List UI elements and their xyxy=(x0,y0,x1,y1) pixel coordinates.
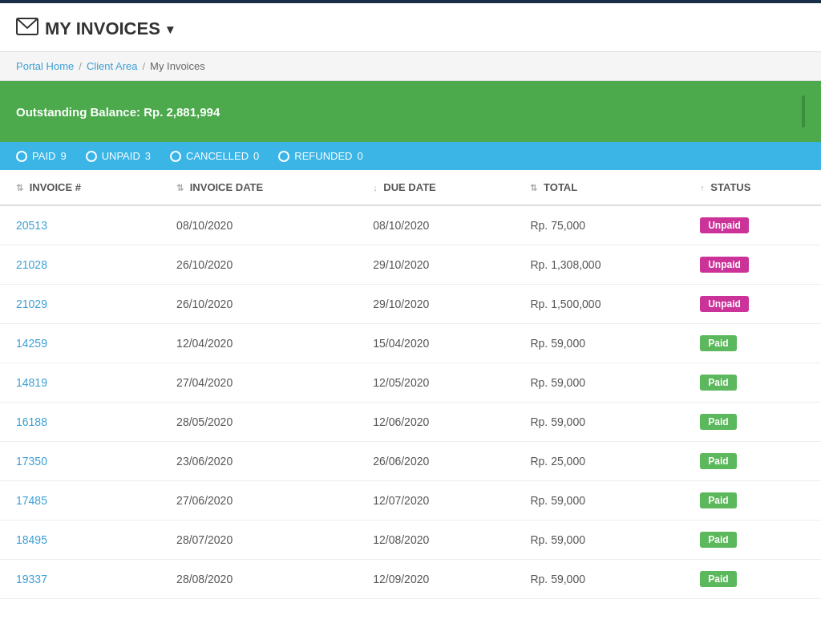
invoice-link[interactable]: 21028 xyxy=(16,258,47,271)
invoice-date-cell: 28/08/2020 xyxy=(160,560,357,599)
sort-icon-total: ⇅ xyxy=(530,183,537,193)
status-cell: Unpaid xyxy=(684,285,821,324)
due-date-cell: 15/04/2020 xyxy=(357,324,514,363)
invoice-number-cell: 17350 xyxy=(0,442,160,481)
breadcrumb-separator-1: / xyxy=(79,60,82,72)
invoice-number-cell: 18495 xyxy=(0,520,160,560)
col-invoice-date[interactable]: ⇅ INVOICE DATE xyxy=(160,170,357,205)
col-total[interactable]: ⇅ TOTAL xyxy=(514,170,684,205)
status-cell: Paid xyxy=(684,324,821,363)
table-wrapper: ⇅ INVOICE # ⇅ INVOICE DATE ↓ DUE DATE ⇅ … xyxy=(0,170,821,599)
status-badge: Paid xyxy=(700,571,736,587)
filter-refunded[interactable]: REFUNDED 0 xyxy=(278,150,362,162)
sort-icon-due: ↓ xyxy=(373,183,378,192)
invoice-date-cell: 28/07/2020 xyxy=(160,520,357,560)
status-badge: Paid xyxy=(700,414,736,430)
invoice-link[interactable]: 17485 xyxy=(16,494,47,507)
filter-cancelled-radio xyxy=(170,151,181,162)
total-cell: Rp. 1,308,000 xyxy=(514,245,684,285)
filter-cancelled[interactable]: CANCELLED 0 xyxy=(170,150,259,162)
dropdown-icon[interactable]: ▾ xyxy=(167,22,173,37)
status-cell: Paid xyxy=(684,481,821,520)
total-cell: Rp. 59,000 xyxy=(514,520,684,560)
status-cell: Unpaid xyxy=(684,245,821,285)
sort-icon-date: ⇅ xyxy=(176,183,184,193)
table-row: 19337 28/08/2020 12/09/2020 Rp. 59,000 P… xyxy=(0,560,821,599)
total-cell: Rp. 59,000 xyxy=(514,481,684,520)
filter-unpaid-radio xyxy=(86,151,97,162)
balance-text: Outstanding Balance: Rp. 2,881,994 xyxy=(16,105,220,119)
invoice-link[interactable]: 17350 xyxy=(16,455,47,468)
table-row: 21029 26/10/2020 29/10/2020 Rp. 1,500,00… xyxy=(0,285,821,324)
table-row: 18495 28/07/2020 12/08/2020 Rp. 59,000 P… xyxy=(0,520,821,560)
total-cell: Rp. 59,000 xyxy=(514,403,684,442)
breadcrumb-current: My Invoices xyxy=(150,60,205,72)
invoice-link[interactable]: 14819 xyxy=(16,376,47,389)
filter-unpaid-label: UNPAID xyxy=(102,150,140,162)
filter-refunded-label: REFUNDED xyxy=(294,150,352,162)
status-cell: Paid xyxy=(684,442,821,481)
invoice-date-cell: 27/04/2020 xyxy=(160,363,357,403)
filter-unpaid-count: 3 xyxy=(145,150,151,162)
col-status[interactable]: ↑ STATUS xyxy=(684,170,821,205)
total-cell: Rp. 59,000 xyxy=(514,363,684,403)
total-cell: Rp. 1,500,000 xyxy=(514,285,684,324)
filter-paid-radio xyxy=(16,151,27,162)
filter-refunded-count: 0 xyxy=(358,150,363,162)
total-cell: Rp. 75,000 xyxy=(514,205,684,245)
filter-cancelled-label: CANCELLED xyxy=(186,150,249,162)
status-badge: Paid xyxy=(700,532,736,548)
invoice-link[interactable]: 20513 xyxy=(16,219,47,232)
invoice-link[interactable]: 19337 xyxy=(16,573,47,585)
invoice-link[interactable]: 18495 xyxy=(16,533,47,546)
status-cell: Paid xyxy=(684,363,821,403)
due-date-cell: 26/06/2020 xyxy=(357,442,514,481)
invoice-date-cell: 28/05/2020 xyxy=(160,403,357,442)
invoice-date-cell: 27/06/2020 xyxy=(160,481,357,520)
invoice-date-cell: 08/10/2020 xyxy=(160,205,357,245)
filter-paid-label: PAID xyxy=(32,150,55,162)
status-cell: Paid xyxy=(684,520,821,560)
status-cell: Paid xyxy=(684,403,821,442)
invoice-link[interactable]: 16188 xyxy=(16,415,47,428)
title-text: MY INVOICES xyxy=(45,18,160,39)
col-invoice-num[interactable]: ⇅ INVOICE # xyxy=(0,170,160,205)
page-header: MY INVOICES ▾ xyxy=(0,3,821,52)
sidebar-handle[interactable] xyxy=(802,95,805,128)
status-badge: Unpaid xyxy=(700,257,749,273)
invoice-number-cell: 17485 xyxy=(0,481,160,520)
due-date-cell: 08/10/2020 xyxy=(357,205,514,245)
invoice-number-cell: 16188 xyxy=(0,403,160,442)
invoice-date-cell: 23/06/2020 xyxy=(160,442,357,481)
table-row: 21028 26/10/2020 29/10/2020 Rp. 1,308,00… xyxy=(0,245,821,285)
breadcrumb-client-area[interactable]: Client Area xyxy=(87,60,138,72)
invoice-number-cell: 20513 xyxy=(0,205,160,245)
status-badge: Unpaid xyxy=(700,217,749,233)
due-date-cell: 29/10/2020 xyxy=(357,285,514,324)
table-row: 16188 28/05/2020 12/06/2020 Rp. 59,000 P… xyxy=(0,403,821,442)
invoice-number-cell: 14819 xyxy=(0,363,160,403)
filter-paid-count: 9 xyxy=(60,150,66,162)
due-date-cell: 12/07/2020 xyxy=(357,481,514,520)
invoice-date-cell: 12/04/2020 xyxy=(160,324,357,363)
invoice-number-cell: 21028 xyxy=(0,245,160,285)
due-date-cell: 12/09/2020 xyxy=(357,560,514,599)
status-cell: Unpaid xyxy=(684,205,821,245)
breadcrumb-separator-2: / xyxy=(142,60,145,72)
invoice-number-cell: 19337 xyxy=(0,560,160,599)
table-row: 17350 23/06/2020 26/06/2020 Rp. 25,000 P… xyxy=(0,442,821,481)
invoice-number-cell: 21029 xyxy=(0,285,160,324)
table-row: 17485 27/06/2020 12/07/2020 Rp. 59,000 P… xyxy=(0,481,821,520)
breadcrumb-portal-home[interactable]: Portal Home xyxy=(16,60,74,72)
table-row: 14259 12/04/2020 15/04/2020 Rp. 59,000 P… xyxy=(0,324,821,363)
table-row: 14819 27/04/2020 12/05/2020 Rp. 59,000 P… xyxy=(0,363,821,403)
total-cell: Rp. 59,000 xyxy=(514,560,684,599)
filter-unpaid[interactable]: UNPAID 3 xyxy=(86,150,151,162)
breadcrumb: Portal Home / Client Area / My Invoices xyxy=(0,52,821,81)
invoice-number-cell: 14259 xyxy=(0,324,160,363)
col-due-date[interactable]: ↓ DUE DATE xyxy=(357,170,514,205)
invoice-link[interactable]: 14259 xyxy=(16,337,47,350)
filter-paid[interactable]: PAID 9 xyxy=(16,150,67,162)
invoice-link[interactable]: 21029 xyxy=(16,298,47,310)
sort-icon-status: ↑ xyxy=(700,183,705,192)
